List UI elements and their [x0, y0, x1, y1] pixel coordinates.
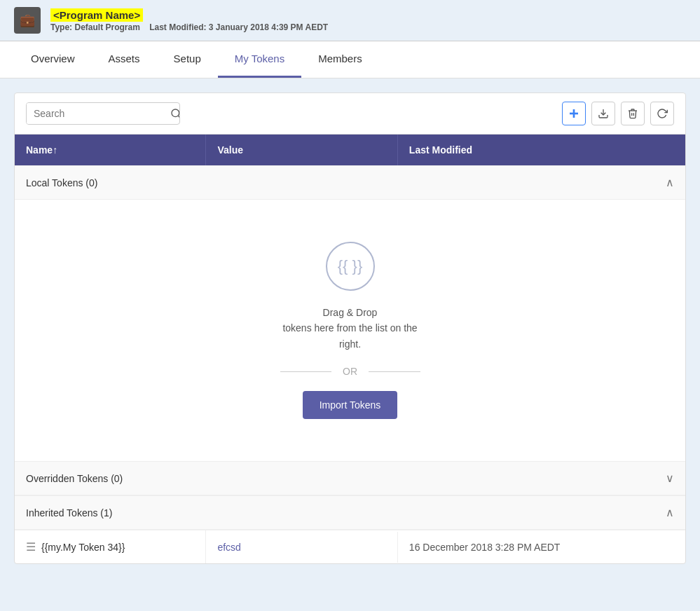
type-value: Default Program — [74, 22, 139, 32]
download-button[interactable] — [591, 102, 615, 125]
toolbar — [15, 93, 685, 135]
table-header: Name↑ Value Last Modified — [15, 135, 685, 165]
program-icon: 💼 — [14, 7, 41, 34]
local-tokens-label: Local Tokens (0) — [26, 177, 97, 188]
empty-line3: right. — [282, 336, 417, 352]
empty-line2: tokens here from the list on the — [282, 320, 417, 336]
overridden-tokens-label: Overridden Tokens (0) — [26, 473, 123, 484]
toolbar-actions — [562, 102, 674, 125]
nav-tabs: Overview Assets Setup My Tokens Members — [0, 41, 700, 78]
col-name: Name↑ — [15, 135, 206, 165]
tab-overview[interactable]: Overview — [14, 41, 92, 78]
inherited-tokens-section[interactable]: Inherited Tokens (1) ∧ — [15, 495, 685, 530]
token-name: ☰ {{my.My Token 34}} — [26, 540, 194, 554]
svg-rect-3 — [570, 113, 578, 115]
svg-line-1 — [178, 116, 180, 118]
token-value-text: efcsd — [217, 542, 240, 553]
search-button[interactable] — [163, 103, 180, 124]
last-modified-label: Last Modified: — [149, 22, 206, 32]
tokens-panel: Name↑ Value Last Modified Local Tokens (… — [14, 92, 686, 564]
tab-my-tokens[interactable]: My Tokens — [218, 41, 301, 78]
program-name: <Program Name> — [50, 8, 143, 22]
search-input[interactable] — [27, 103, 163, 124]
col-last-modified: Last Modified — [398, 135, 685, 165]
empty-icon-text: {{ }} — [338, 257, 363, 275]
or-text: OR — [343, 366, 357, 377]
local-tokens-section[interactable]: Local Tokens (0) ∧ — [15, 165, 685, 200]
or-divider: OR — [280, 366, 420, 377]
local-tokens-chevron: ∧ — [666, 176, 674, 189]
table-row: ☰ {{my.My Token 34}} efcsd 16 December 2… — [15, 530, 685, 563]
top-bar-info: <Program Name> Type: Default Program Las… — [50, 9, 328, 32]
token-value-cell: efcsd — [206, 532, 397, 563]
import-tokens-button[interactable]: Import Tokens — [303, 391, 398, 419]
local-tokens-empty-state: {{ }} Drag & Drop tokens here from the l… — [15, 200, 685, 461]
top-bar: 💼 <Program Name> Type: Default Program L… — [0, 0, 700, 41]
token-date-cell: 16 December 2018 3:28 PM AEDT — [398, 532, 685, 563]
token-name-text: {{my.My Token 34}} — [41, 542, 125, 553]
last-modified-value: 3 January 2018 4:39 PM AEDT — [209, 22, 328, 32]
add-button[interactable] — [562, 102, 586, 125]
main-content: Name↑ Value Last Modified Local Tokens (… — [0, 78, 700, 578]
inherited-tokens-label: Inherited Tokens (1) — [26, 507, 112, 519]
overridden-tokens-chevron: ∨ — [666, 472, 674, 485]
inherited-tokens-chevron: ∧ — [666, 506, 674, 519]
tab-members[interactable]: Members — [301, 41, 379, 78]
search-box[interactable] — [26, 102, 180, 125]
token-date-text: 16 December 2018 3:28 PM AEDT — [409, 542, 561, 553]
empty-text: Drag & Drop tokens here from the list on… — [282, 305, 417, 352]
delete-button[interactable] — [621, 102, 645, 125]
refresh-button[interactable] — [650, 102, 674, 125]
token-name-cell: ☰ {{my.My Token 34}} — [15, 530, 206, 563]
empty-line1: Drag & Drop — [282, 305, 417, 320]
svg-point-0 — [172, 109, 179, 117]
top-bar-meta: Type: Default Program Last Modified: 3 J… — [50, 22, 328, 32]
col-value: Value — [206, 135, 397, 165]
tab-setup[interactable]: Setup — [157, 41, 218, 78]
tab-assets[interactable]: Assets — [92, 41, 157, 78]
hamburger-icon[interactable]: ☰ — [26, 540, 36, 554]
overridden-tokens-section[interactable]: Overridden Tokens (0) ∨ — [15, 461, 685, 495]
type-label: Type: — [50, 22, 72, 32]
empty-icon: {{ }} — [326, 242, 375, 291]
